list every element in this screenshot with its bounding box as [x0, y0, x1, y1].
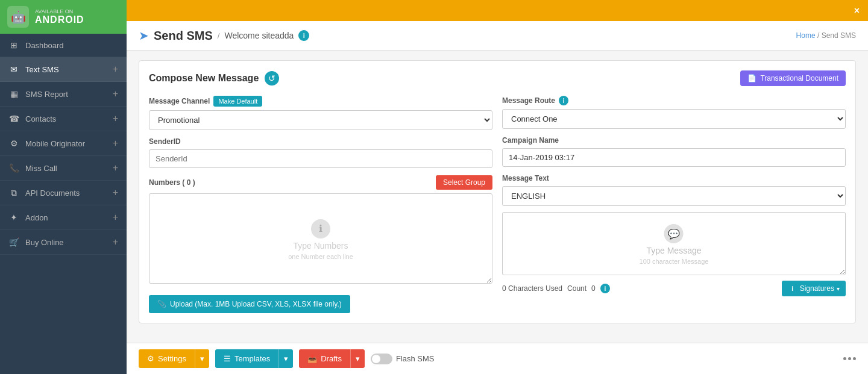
numbers-textarea[interactable] [149, 193, 492, 284]
numbers-input-wrapper: ℹ Type Numbers one Number each line [149, 193, 492, 285]
char-info: 0 Characters Used Count 0 i [502, 284, 610, 293]
separator: / [218, 31, 220, 40]
left-column: Message Channel Make Default Promotional… [149, 96, 492, 313]
transactional-icon: 📄 [747, 74, 756, 83]
sidebar-item-label: Dashboard [25, 41, 64, 50]
settings-gear-icon: ⚙ [147, 354, 154, 363]
message-route-select[interactable]: Connect One [502, 109, 846, 129]
expand-icon: + [113, 187, 118, 198]
select-group-button[interactable]: Select Group [436, 175, 492, 190]
message-text-group: Message Text ENGLISH UNICODE 💬 Type Mess… [502, 174, 846, 277]
campaign-name-input[interactable] [502, 148, 846, 167]
sidebar-item-label: Buy Online [25, 238, 64, 247]
sidebar-item-label: Contacts [25, 114, 56, 123]
available-on-label: Available on [35, 8, 84, 14]
chars-used-label: 0 Characters Used [502, 284, 562, 293]
android-icon: 🤖 [7, 6, 29, 28]
drafts-label: Drafts [321, 354, 342, 363]
compose-info-icon: ↺ [265, 71, 279, 86]
action-bar: ⚙ Settings ▾ ☰ Templates ▾ 📥 Drafts ▾ Fl… [127, 343, 868, 374]
top-bar: × [127, 0, 868, 21]
transactional-label: Transactional Document [760, 74, 838, 83]
breadcrumb-separator: / [817, 31, 822, 40]
templates-btn-group: ☰ Templates ▾ [215, 349, 293, 368]
sidebar-item-mobile-originator[interactable]: ⚙ Mobile Originator + [0, 131, 127, 156]
drafts-btn-group: 📥 Drafts ▾ [299, 349, 365, 368]
sidebar-item-sms-report[interactable]: ▦ SMS Report + [0, 82, 127, 107]
compose-box: Compose New Message ↺ 📄 Transactional Do… [139, 60, 856, 323]
sidebar-item-api-documents[interactable]: ⧉ API Documents + [0, 181, 127, 205]
message-text-lang-select[interactable]: ENGLISH UNICODE [502, 186, 846, 206]
sidebar: 🤖 Available on ANDROID ⊞ Dashboard ✉ Tex… [0, 0, 127, 374]
sidebar-item-label: Text SMS [25, 65, 59, 74]
expand-icon: + [113, 138, 118, 149]
signatures-icon: i [788, 284, 797, 293]
count-value: 0 [591, 284, 596, 293]
expand-icon: + [113, 113, 118, 124]
dashboard-icon: ⊞ [8, 40, 19, 50]
message-channel-label: Message Channel [149, 97, 210, 105]
count-info-icon: i [600, 284, 610, 293]
breadcrumb-current: Send SMS [822, 31, 856, 40]
drafts-main-button[interactable]: 📥 Drafts [299, 349, 350, 368]
dot-2 [848, 357, 851, 360]
upload-bar[interactable]: 📎 Upload (Max. 1MB Upload CSV, XLS, XLSX… [149, 290, 492, 313]
sender-id-input[interactable] [149, 149, 492, 168]
sidebar-item-label: Mobile Originator [25, 139, 85, 148]
signatures-label: Signatures [800, 284, 834, 293]
buy-online-icon: 🛒 [8, 237, 19, 247]
page-header: ➤ Send SMS / Welcome siteadda i Home / S… [127, 21, 868, 51]
breadcrumb-home[interactable]: Home [796, 31, 816, 40]
addon-icon: ✦ [8, 213, 19, 222]
sidebar-item-addon[interactable]: ✦ Addon + [0, 205, 127, 230]
transactional-document-button[interactable]: 📄 Transactional Document [740, 70, 846, 86]
upload-icon: 📎 [157, 300, 166, 308]
sidebar-item-label: SMS Report [25, 90, 68, 99]
compose-form: Message Channel Make Default Promotional… [149, 96, 846, 313]
send-icon: ➤ [139, 28, 149, 43]
contacts-icon: ☎ [8, 114, 19, 123]
info-icon: i [298, 30, 309, 41]
mobile-originator-icon: ⚙ [8, 139, 19, 148]
expand-icon: + [113, 212, 118, 223]
message-route-info-icon: i [559, 96, 568, 105]
expand-icon: + [113, 237, 118, 248]
text-sms-icon: ✉ [8, 64, 19, 74]
sidebar-item-text-sms[interactable]: ✉ Text SMS + [0, 57, 127, 82]
message-textarea[interactable] [502, 212, 846, 275]
sidebar-item-label: Addon [25, 213, 48, 222]
dots-menu[interactable] [843, 357, 856, 360]
close-button[interactable]: × [854, 5, 860, 16]
flash-sms-switch[interactable] [371, 354, 392, 364]
char-count-row: 0 Characters Used Count 0 i i Signatures… [502, 281, 846, 296]
flash-sms-toggle[interactable]: Flash SMS [371, 354, 435, 364]
sidebar-item-dashboard[interactable]: ⊞ Dashboard [0, 34, 127, 57]
sidebar-item-miss-call[interactable]: 📞 Miss Call + [0, 156, 127, 181]
message-route-group: Message Route i Connect One [502, 96, 846, 129]
drafts-icon: 📥 [307, 354, 317, 363]
drafts-dropdown-button[interactable]: ▾ [350, 349, 365, 368]
dot-3 [853, 357, 856, 360]
templates-dropdown-button[interactable]: ▾ [278, 349, 293, 368]
message-channel-select[interactable]: Promotional Transactional [149, 110, 492, 130]
main-content: × ➤ Send SMS / Welcome siteadda i Home /… [127, 0, 868, 374]
message-channel-group: Message Channel Make Default Promotional… [149, 96, 492, 130]
upload-label: Upload (Max. 1MB Upload CSV, XLS, XLSX f… [170, 300, 342, 308]
android-label: ANDROID [35, 14, 84, 25]
make-default-button[interactable]: Make Default [213, 96, 262, 107]
campaign-name-group: Campaign Name [502, 136, 846, 167]
expand-icon: + [113, 89, 118, 99]
signatures-button[interactable]: i Signatures ▾ [782, 281, 846, 296]
settings-label: Settings [158, 354, 186, 363]
templates-main-button[interactable]: ☰ Templates [215, 349, 278, 368]
sidebar-item-contacts[interactable]: ☎ Contacts + [0, 107, 127, 131]
right-column: Message Route i Connect One Campaign Nam… [502, 96, 846, 313]
settings-main-button[interactable]: ⚙ Settings [139, 349, 195, 368]
compose-title: Compose New Message [149, 73, 259, 84]
sidebar-item-buy-online[interactable]: 🛒 Buy Online + [0, 230, 127, 255]
signatures-dropdown-arrow: ▾ [837, 285, 840, 292]
upload-button[interactable]: 📎 Upload (Max. 1MB Upload CSV, XLS, XLSX… [149, 295, 350, 313]
settings-dropdown-button[interactable]: ▾ [195, 349, 209, 368]
numbers-label: Numbers ( 0 ) [149, 178, 195, 187]
campaign-name-label: Campaign Name [502, 136, 846, 145]
